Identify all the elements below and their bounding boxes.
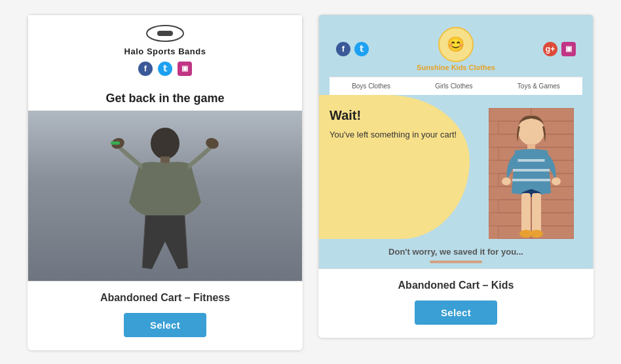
svg-rect-1 <box>157 31 173 36</box>
fitness-preview: Halo Sports Bands f 𝕥 ▣ Get back in the … <box>28 14 303 282</box>
kids-accent-line <box>430 261 482 263</box>
fitness-logo-icon <box>145 24 185 43</box>
svg-point-34 <box>502 177 511 185</box>
svg-point-39 <box>530 230 543 238</box>
kids-nav-toys[interactable]: Toys & Games <box>512 81 565 91</box>
fitness-logo-area: Halo Sports Bands <box>41 24 289 56</box>
kids-saved-text: Don't worry, we saved it for you... <box>388 247 523 257</box>
fitness-card: Halo Sports Bands f 𝕥 ▣ Get back in the … <box>28 14 303 350</box>
svg-rect-36 <box>521 193 531 232</box>
kids-logo-icon: 😊 <box>438 27 474 62</box>
kids-social-left: f 𝕥 <box>336 42 369 56</box>
cards-container: Halo Sports Bands f 𝕥 ▣ Get back in the … <box>28 14 593 350</box>
kids-card-info: Abandoned Cart – Kids Select <box>318 269 593 338</box>
kids-bottom-bar: Don't worry, we saved it for you... <box>319 239 593 268</box>
fitness-image <box>28 111 302 281</box>
kids-instagram-icon: ▣ <box>561 42 576 56</box>
svg-point-2 <box>151 128 179 159</box>
kids-nav-boys[interactable]: Boys Clothes <box>347 81 396 91</box>
kids-cart-text: You've left something in your cart! <box>329 128 459 141</box>
kids-google-icon: g+ <box>543 42 557 56</box>
kids-nav-girls[interactable]: Girls Clothes <box>430 81 478 91</box>
svg-rect-37 <box>532 193 541 232</box>
kids-top-bar: f 𝕥 😊 Sunshine Kids Clothes g+ ▣ <box>329 22 582 77</box>
kids-content: Wait! You've left something in your cart… <box>319 95 593 239</box>
fitness-header: Halo Sports Bands f 𝕥 ▣ <box>28 15 302 85</box>
kids-facebook-icon: f <box>336 42 350 56</box>
kids-twitter-icon: 𝕥 <box>354 42 369 56</box>
kids-wait-title: Wait! <box>329 108 459 123</box>
kids-logo-center: 😊 Sunshine Kids Clothes <box>417 27 495 71</box>
kids-card-title: Abandoned Cart – Kids <box>398 280 514 291</box>
kids-brand-name: Sunshine Kids Clothes <box>417 64 495 71</box>
svg-rect-6 <box>111 141 120 145</box>
kids-preview: f 𝕥 😊 Sunshine Kids Clothes g+ ▣ Boys Cl… <box>318 14 593 269</box>
kids-girl-svg <box>489 108 574 239</box>
fitness-person-svg <box>100 111 231 281</box>
fitness-tagline: Get back in the game <box>28 85 302 111</box>
facebook-icon: f <box>138 62 153 76</box>
fitness-brand-name: Halo Sports Bands <box>124 46 206 56</box>
fitness-card-info: Abandoned Cart – Fitness Select <box>28 282 303 350</box>
kids-header: f 𝕥 😊 Sunshine Kids Clothes g+ ▣ Boys Cl… <box>319 15 593 95</box>
svg-point-35 <box>552 177 561 185</box>
kids-social-right: g+ ▣ <box>543 42 576 56</box>
fitness-select-button[interactable]: Select <box>124 313 206 337</box>
kids-select-button[interactable]: Select <box>415 300 497 325</box>
kids-card: f 𝕥 😊 Sunshine Kids Clothes g+ ▣ Boys Cl… <box>318 14 593 338</box>
instagram-icon: ▣ <box>178 62 192 76</box>
kids-image-area <box>470 95 593 239</box>
fitness-social: f 𝕥 ▣ <box>41 56 289 79</box>
twitter-icon: 𝕥 <box>158 62 172 76</box>
kids-text-area: Wait! You've left something in your cart… <box>319 95 470 239</box>
kids-nav: Boys Clothes Girls Clothes Toys & Games <box>329 77 582 95</box>
fitness-card-title: Abandoned Cart – Fitness <box>100 292 230 304</box>
